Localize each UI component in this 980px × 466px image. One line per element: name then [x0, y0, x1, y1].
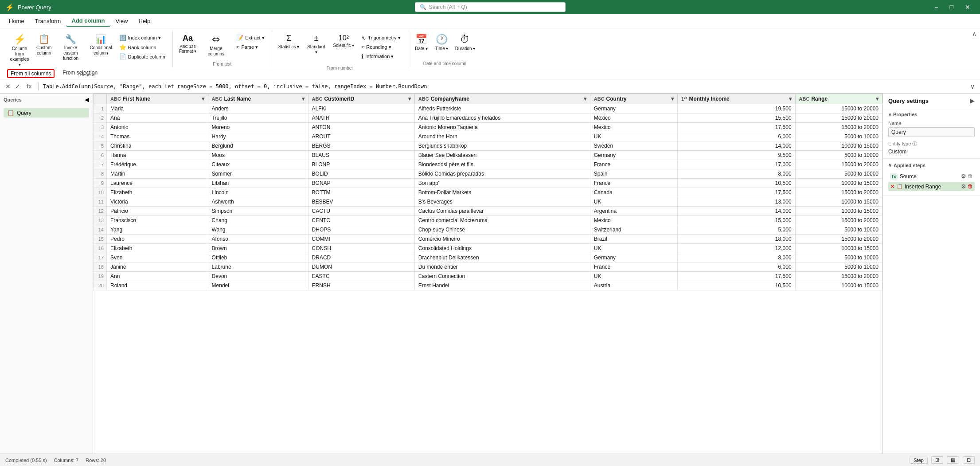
table-view-button[interactable]: ▦ — [947, 456, 959, 464]
range-filter-icon[interactable]: ▾ — [876, 96, 878, 102]
monthly-income-cell: 17,500 — [677, 123, 795, 132]
main-layout: Queries ◀ 📋 Query ABC First Name — [0, 94, 980, 454]
step-source[interactable]: fx Source ⚙ 🗑 — [888, 172, 975, 181]
custom-column-icon: 📋 — [39, 34, 50, 44]
range-cell: 5000 to 10000 — [795, 225, 882, 235]
inserted-range-settings-icon[interactable]: ⚙ — [961, 183, 966, 190]
menu-home[interactable]: Home — [4, 16, 30, 26]
first-name-cell: Thomas — [107, 132, 208, 141]
col-header-country: ABC Country ▾ — [590, 94, 677, 104]
formula-input[interactable] — [43, 83, 966, 90]
custom-column-button[interactable]: 📋 Customcolumn — [34, 32, 54, 58]
sidebar-collapse-button[interactable]: ◀ — [85, 96, 89, 103]
first-name-cell: Sven — [107, 253, 208, 262]
company-name-cell: Ana Trujillo Emaredados y helados — [414, 114, 590, 123]
customer-id-cell: CONSH — [308, 244, 414, 253]
rounding-button[interactable]: ≈ Rounding ▾ — [359, 43, 403, 51]
customer-id-filter-icon[interactable]: ▾ — [408, 96, 411, 102]
merge-columns-button[interactable]: ⇔ Merge columns — [200, 32, 232, 59]
step-button[interactable]: Step — [910, 457, 928, 464]
company-name-cell: Eastern Connection — [414, 272, 590, 281]
monthly-income-cell: 17,000 — [677, 160, 795, 169]
format-sub-icon: ABC 123 — [180, 44, 196, 49]
table-row: 16 Elizabeth Brown CONSH Consolidated Ho… — [94, 244, 882, 253]
last-name-cell: Simpson — [208, 207, 308, 216]
ribbon-collapse-button[interactable]: ∧ — [972, 30, 976, 37]
table-row: 10 Elizabeth Lincoln BOTTM Bottom-Dollar… — [94, 188, 882, 197]
format-button[interactable]: Aa ABC 123 Format ▾ — [176, 32, 199, 56]
standard-button[interactable]: ± Standard ▾ — [303, 32, 329, 57]
applied-steps-title: ∨ Applied steps — [888, 162, 975, 168]
standard-label: Standard ▾ — [305, 44, 327, 55]
name-value-text: Query — [891, 129, 906, 135]
split-view-button[interactable]: ⊞ — [931, 456, 943, 464]
extract-button[interactable]: 📝 Extract ▾ — [234, 34, 267, 42]
inserted-range-delete-icon[interactable]: ✕ — [890, 183, 895, 190]
index-column-button[interactable]: 🔢 Index column ▾ — [117, 34, 168, 42]
row-num-cell: 13 — [94, 216, 107, 225]
parse-button[interactable]: ≈ Parse ▾ — [234, 43, 267, 51]
menu-transform[interactable]: Transform — [30, 16, 66, 26]
first-name-filter-icon[interactable]: ▾ — [202, 96, 204, 102]
step-inserted-range[interactable]: ✕ 📋 Inserted Range ⚙ 🗑 — [888, 182, 975, 191]
rank-column-label: Rank column — [128, 45, 156, 50]
invoke-custom-function-button[interactable]: 🔧 Invoke customfunction — [55, 32, 86, 63]
country-cell: Argentina — [590, 207, 677, 216]
minimize-button[interactable]: − — [930, 2, 942, 12]
information-button[interactable]: ℹ Information ▾ — [359, 52, 403, 61]
monthly-income-cell: 8,000 — [677, 169, 795, 179]
inserted-range-delete2-icon[interactable]: 🗑 — [968, 183, 973, 190]
col-header-last-name: ABC Last Name ▾ — [208, 94, 308, 104]
extract-icon: 📝 — [236, 35, 243, 41]
entity-type-value: Custom — [888, 149, 975, 155]
column-view-button[interactable]: ⊟ — [963, 456, 975, 464]
name-field-value[interactable]: Query — [888, 127, 975, 137]
col-from-examples-button[interactable]: ⚡ Column fromexamples ▾ — [6, 32, 33, 69]
monthly-income-filter-icon[interactable]: ▾ — [789, 96, 792, 102]
range-cell: 10000 to 15000 — [795, 207, 882, 216]
duplicate-column-button[interactable]: 📄 Duplicate column — [117, 52, 168, 61]
conditional-column-button[interactable]: 📊 Conditionalcolumn — [87, 32, 114, 58]
row-number-header — [94, 94, 107, 104]
country-cell: UK — [590, 132, 677, 141]
formula-cancel-button[interactable]: ✕ — [4, 82, 12, 91]
time-button[interactable]: 🕐 Time ▾ — [432, 32, 452, 53]
scientific-button[interactable]: 10² Scientific ▾ — [330, 32, 357, 50]
ribbon-from-text-items: Aa ABC 123 Format ▾ ⇔ Merge columns 📝 Ex… — [176, 30, 268, 60]
row-num-cell: 15 — [94, 235, 107, 244]
formula-expand-button[interactable]: ∨ — [968, 82, 976, 91]
trigonometry-button[interactable]: ∿ Trigonometry ▾ — [359, 34, 403, 42]
last-name-filter-icon[interactable]: ▾ — [302, 96, 305, 102]
rank-column-button[interactable]: ⭐ Rank column — [117, 43, 168, 51]
first-name-cell: Ann — [107, 272, 208, 281]
menu-add-column[interactable]: Add column — [66, 16, 110, 27]
formula-confirm-button[interactable]: ✓ — [13, 82, 22, 91]
table-container[interactable]: ABC First Name ▾ ABC Last Name ▾ — [93, 94, 882, 454]
company-name-cell: Cactus Comidas para llevar — [414, 207, 590, 216]
menu-view[interactable]: View — [110, 16, 133, 26]
source-step-settings-icon[interactable]: ⚙ — [961, 173, 966, 180]
search-bar[interactable]: 🔍 Search (Alt + Q) — [415, 2, 566, 12]
date-button[interactable]: 📅 Date ▾ — [412, 32, 431, 53]
source-step-delete-icon[interactable]: 🗑 — [968, 173, 973, 180]
country-cell: France — [590, 179, 677, 188]
close-button[interactable]: ✕ — [960, 2, 975, 12]
search-icon: 🔍 — [420, 4, 426, 10]
row-num-cell: 2 — [94, 114, 107, 123]
first-name-cell: Elizabeth — [107, 188, 208, 197]
country-cell: Austria — [590, 281, 677, 290]
merge-columns-icon: ⇔ — [212, 34, 220, 45]
duration-button[interactable]: ⏱ Duration ▾ — [453, 32, 478, 53]
monthly-income-cell: 15,500 — [677, 114, 795, 123]
statistics-button[interactable]: Σ Statistics ▾ — [276, 32, 302, 51]
inserted-range-step-actions: ⚙ 🗑 — [961, 183, 973, 190]
country-cell: Switzerland — [590, 225, 677, 235]
right-panel-header: Query settings ▶ — [883, 94, 980, 108]
right-panel-expand-button[interactable]: ▶ — [970, 97, 975, 104]
menu-help[interactable]: Help — [133, 16, 156, 26]
company-name-filter-icon[interactable]: ▾ — [584, 96, 586, 102]
row-num-cell: 14 — [94, 225, 107, 235]
sidebar-item-query[interactable]: 📋 Query — [4, 108, 89, 117]
country-filter-icon[interactable]: ▾ — [671, 96, 674, 102]
maximize-button[interactable]: □ — [945, 2, 958, 12]
